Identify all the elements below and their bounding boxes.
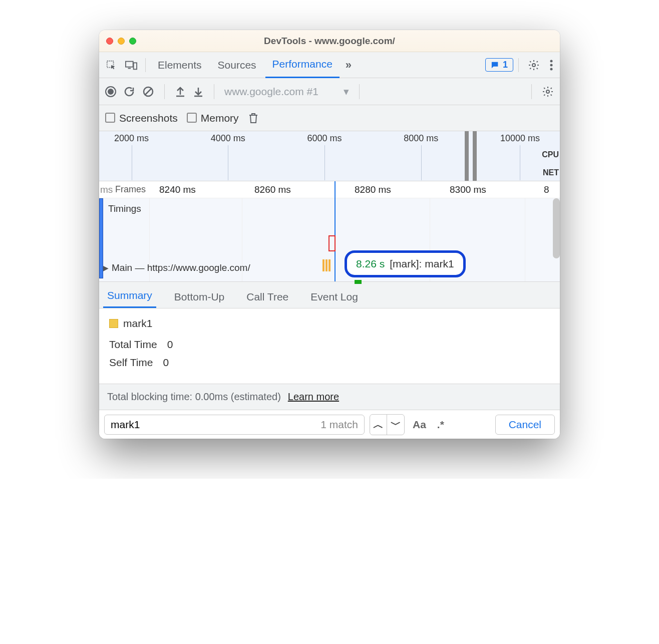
search-bar: 1 match ︿ ﹀ Aa .* Cancel (99, 410, 560, 439)
ruler-ms: ms (100, 184, 113, 195)
memory-checkbox[interactable]: Memory (187, 112, 239, 124)
overview-tick: 10000 ms (500, 133, 540, 144)
svg-point-5 (550, 64, 553, 66)
mark-tick (355, 280, 362, 284)
tab-call-tree[interactable]: Call Tree (242, 291, 292, 308)
clear-button[interactable] (142, 86, 154, 98)
record-button[interactable] (105, 86, 116, 97)
ruler-tick: 8280 ms (355, 184, 391, 195)
ruler-tick: 8260 ms (254, 184, 291, 195)
devtools-window: DevTools - www.google.com/ Elements Sour… (99, 30, 560, 439)
svg-point-6 (550, 68, 553, 70)
svg-rect-1 (126, 61, 133, 67)
match-case-toggle[interactable]: Aa (410, 419, 429, 431)
svg-point-4 (550, 60, 553, 62)
selected-mark-callout[interactable]: 8.26 s [mark]: mark1 (345, 250, 466, 277)
task-bars (322, 259, 331, 271)
timeline-overview[interactable]: 2000 ms 4000 ms 6000 ms 8000 ms 10000 ms… (99, 131, 560, 181)
tab-bottom-up[interactable]: Bottom-Up (170, 291, 228, 308)
search-next-icon[interactable]: ﹀ (387, 415, 404, 435)
kebab-menu-icon[interactable] (546, 60, 557, 71)
tab-elements[interactable]: Elements (151, 52, 209, 78)
tab-performance[interactable]: Performance (265, 52, 340, 78)
search-input[interactable] (111, 419, 320, 431)
divider (214, 84, 214, 99)
capture-settings-gear-icon[interactable] (542, 86, 554, 98)
tab-summary[interactable]: Summary (103, 289, 156, 308)
summary-panel: mark1 Total Time0 Self Time0 (99, 308, 560, 384)
flame-chart-area[interactable]: ms Frames 8240 ms 8260 ms 8280 ms 8300 m… (99, 181, 560, 281)
mark-name: mark1 (123, 317, 152, 330)
cpu-label: CPU (542, 150, 559, 159)
recording-selector[interactable]: www.google.com #1 ▾ (224, 86, 349, 98)
self-time-value: 0 (163, 357, 169, 369)
self-time-label: Self Time (109, 357, 153, 369)
selection-start-bar (99, 198, 103, 278)
settings-gear-icon[interactable] (524, 59, 544, 71)
details-tabs: Summary Bottom-Up Call Tree Event Log (99, 281, 560, 308)
blocking-time-text: Total blocking time: 0.00ms (estimated) (107, 391, 281, 403)
overview-tick: 2000 ms (114, 133, 149, 144)
timeline-ruler: ms Frames 8240 ms 8260 ms 8280 ms 8300 m… (99, 181, 560, 198)
performance-toolbar: www.google.com #1 ▾ (99, 78, 560, 105)
tab-event-log[interactable]: Event Log (306, 291, 362, 308)
learn-more-link[interactable]: Learn more (288, 391, 339, 403)
svg-point-3 (532, 64, 535, 67)
title-bar: DevTools - www.google.com/ (99, 30, 560, 52)
overview-window-handle-right[interactable] (473, 131, 477, 181)
svg-point-8 (546, 90, 549, 93)
overview-tick: 4000 ms (211, 133, 245, 144)
reload-record-button[interactable] (123, 86, 135, 98)
total-time-value: 0 (167, 339, 173, 351)
screenshots-label: Screenshots (119, 112, 178, 124)
cancel-search-button[interactable]: Cancel (495, 415, 555, 435)
capture-options-row: Screenshots Memory (99, 105, 560, 131)
overview-tick: 8000 ms (404, 133, 438, 144)
ruler-tick: 8240 ms (159, 184, 196, 195)
memory-label: Memory (201, 112, 239, 124)
playhead-line (335, 181, 336, 281)
mark-color-swatch (109, 319, 118, 328)
tab-sources[interactable]: Sources (211, 52, 263, 78)
upload-profile-icon[interactable] (175, 86, 186, 98)
overview-window-handle-left[interactable] (465, 131, 469, 181)
main-thread-track[interactable]: ▶ Main — https://www.google.com/ (103, 262, 250, 273)
inspect-element-icon[interactable] (102, 56, 120, 74)
timings-track-label[interactable]: Timings (108, 203, 141, 214)
blocking-time-footer: Total blocking time: 0.00ms (estimated) … (99, 384, 560, 410)
regex-toggle[interactable]: .* (434, 419, 447, 431)
divider (359, 84, 360, 99)
divider (531, 84, 532, 99)
recording-name: www.google.com #1 (224, 86, 318, 98)
ruler-tick: 8300 ms (450, 184, 486, 195)
svg-rect-2 (134, 63, 137, 69)
search-prev-icon[interactable]: ︿ (370, 415, 387, 435)
divider (145, 58, 146, 72)
window-title: DevTools - www.google.com/ (99, 36, 560, 47)
issues-count: 1 (503, 60, 508, 70)
main-track-label: Main — https://www.google.com/ (112, 262, 250, 273)
screenshots-checkbox[interactable]: Screenshots (105, 112, 178, 124)
divider (164, 84, 165, 99)
callout-time: 8.26 s (356, 258, 385, 270)
more-tabs-chevron-icon[interactable]: » (342, 59, 356, 72)
expand-triangle-icon: ▶ (103, 264, 109, 272)
timing-mark-indicator[interactable] (328, 235, 336, 251)
device-toggle-icon[interactable] (122, 56, 140, 74)
ruler-tick: 8 (544, 184, 549, 195)
net-label: NET (543, 168, 559, 177)
callout-text: [mark]: mark1 (390, 258, 454, 270)
overview-tick: 6000 ms (307, 133, 342, 144)
search-field-container: 1 match (104, 415, 365, 435)
collect-garbage-trash-icon[interactable] (248, 112, 259, 124)
devtools-tabs: Elements Sources Performance » 1 (99, 52, 560, 78)
issues-badge[interactable]: 1 (485, 58, 513, 72)
total-time-label: Total Time (109, 339, 157, 351)
frames-track-label: Frames (115, 184, 146, 195)
dropdown-triangle-icon: ▾ (344, 86, 349, 98)
search-match-count: 1 match (320, 419, 358, 431)
search-nav-buttons: ︿ ﹀ (370, 414, 405, 435)
divider (518, 58, 519, 72)
download-profile-icon[interactable] (193, 86, 204, 98)
vertical-scrollbar[interactable] (553, 198, 560, 258)
